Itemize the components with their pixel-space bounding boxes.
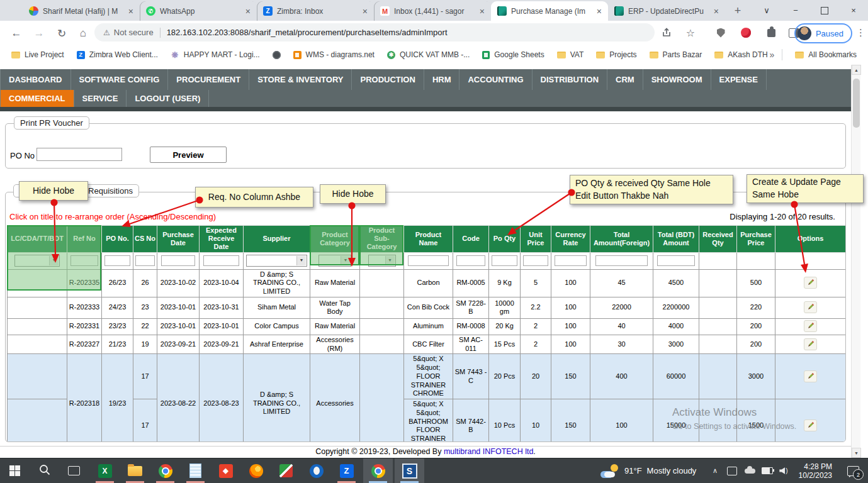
nav-item-service[interactable]: SERVICE (74, 90, 127, 107)
bookmark-item[interactable]: Projects (591, 48, 641, 61)
tablet-mode-icon[interactable] (724, 458, 740, 483)
filter-input[interactable] (492, 255, 517, 266)
filter-input[interactable] (203, 255, 239, 266)
profile-button[interactable]: Paused (794, 23, 852, 43)
tab-close-icon[interactable]: × (594, 6, 604, 16)
nav-item-crm[interactable]: CRM (607, 69, 643, 90)
filter-input[interactable] (523, 255, 548, 266)
developer-link[interactable]: multibrand INFOTECH ltd (444, 447, 533, 456)
volume-icon[interactable]: ) (775, 458, 792, 483)
nav-item-dashboard[interactable]: DASHBOARD (0, 69, 71, 90)
tab-close-icon[interactable]: × (243, 6, 253, 16)
browser-menu-icon[interactable]: ⋮ (856, 27, 865, 38)
bookmark-item[interactable]: AKash DTH (709, 48, 772, 61)
po-no-input[interactable] (37, 148, 122, 161)
nav-item-logout-user-[interactable]: LOGOUT (USER) (127, 90, 209, 107)
column-header-supplier[interactable]: Supplier (244, 226, 310, 253)
extensions-puzzle-icon[interactable] (764, 26, 778, 39)
maximize-button[interactable] (810, 0, 839, 21)
photos-app-taskbar-button[interactable] (302, 458, 331, 483)
column-header-ref-no[interactable]: Ref No (67, 226, 102, 253)
taskbar-clock[interactable]: 4:28 PM 10/2/2023 (792, 458, 832, 483)
zimbra-taskbar-button[interactable]: Z (332, 458, 361, 483)
forward-button[interactable]: → (30, 25, 48, 42)
column-header-po-no-[interactable]: PO No. (102, 226, 133, 253)
tray-chevron-up-icon[interactable]: ∧ (707, 458, 723, 483)
notepad-taskbar-button[interactable] (181, 458, 210, 483)
browser-tab[interactable]: ✆WhatsApp× (140, 1, 257, 21)
bookmark-item[interactable]: Parts Bazar (645, 48, 707, 61)
bookmark-item[interactable]: WMS - diagrams.net (288, 48, 380, 61)
bookmark-item[interactable]: ZZimbra Web Client... (72, 48, 163, 61)
pinwheel-app-taskbar-button[interactable] (271, 458, 301, 483)
start-button-taskbar-button[interactable] (0, 458, 30, 483)
nav-item-software-config[interactable]: SOFTWARE CONFIG (71, 69, 169, 90)
column-header-purchase-date[interactable]: Purchase Date (157, 226, 200, 253)
column-header-options[interactable]: Options (775, 226, 846, 253)
edit-pencil-icon[interactable] (804, 338, 817, 350)
column-header-unit-price[interactable]: Unit Price (521, 226, 551, 253)
column-header-expected-receive-date[interactable]: Expected Receive Date (200, 226, 244, 253)
shield-extension-icon[interactable] (714, 26, 728, 39)
filter-input[interactable] (555, 255, 586, 266)
home-button[interactable]: ⌂ (74, 25, 92, 42)
filter-input[interactable] (408, 255, 448, 266)
filter-input[interactable] (595, 255, 648, 266)
close-window-button[interactable]: × (839, 0, 868, 21)
new-tab-button[interactable]: + (729, 2, 747, 19)
filter-input[interactable] (70, 255, 99, 266)
edit-pencil-icon[interactable] (804, 419, 817, 431)
edit-pencil-icon[interactable] (804, 370, 817, 382)
scroll-up-icon[interactable]: ▲ (852, 65, 861, 75)
nav-item-expense[interactable]: EXPENSE (711, 69, 767, 90)
filter-select[interactable]: ▼ (318, 255, 351, 267)
action-center-button[interactable]: 2 (840, 458, 866, 483)
nav-item-production[interactable]: PRODUCTION (352, 69, 424, 90)
excel-taskbar-button[interactable]: X (90, 458, 120, 483)
filter-input[interactable] (135, 255, 154, 266)
nav-item-distribution[interactable]: DISTRIBUTION (533, 69, 607, 90)
minimize-button[interactable]: − (781, 0, 810, 21)
column-header-code[interactable]: Code (453, 226, 489, 253)
nav-item-store-inventory[interactable]: STORE & INVENTORY (249, 69, 352, 90)
filter-input[interactable] (161, 255, 196, 266)
browser-tab[interactable]: Sharif Metal (Hafij) | M× (23, 1, 140, 21)
search-button-taskbar-button[interactable] (30, 458, 59, 483)
file-explorer-taskbar-button[interactable] (120, 458, 150, 483)
preview-button[interactable]: Preview (150, 147, 227, 163)
filter-input[interactable] (104, 255, 130, 266)
filter-input[interactable] (456, 255, 485, 266)
edit-pencil-icon[interactable] (804, 320, 817, 332)
nav-item-commercial[interactable]: COMMERCIAL (0, 90, 74, 107)
column-header-cs-no[interactable]: CS No (133, 226, 157, 253)
column-header-po-qty[interactable]: Po Qty (489, 226, 521, 253)
scroll-down-icon[interactable]: ▼ (852, 448, 861, 458)
chrome-taskbar-button[interactable] (150, 458, 180, 483)
bookmark-item[interactable]: VAT (552, 48, 589, 61)
filter-select[interactable]: ▼ (14, 255, 60, 267)
task-view-button-taskbar-button[interactable] (59, 458, 89, 483)
red-extension-icon[interactable] (739, 26, 753, 39)
column-header-product-sub-category[interactable]: Product Sub-Category (360, 226, 404, 253)
column-header-product-category[interactable]: Product Category (310, 226, 360, 253)
nav-item-showroom[interactable]: SHOWROOM (643, 69, 711, 90)
red-diamond-app-taskbar-button[interactable]: ◆ (211, 458, 240, 483)
onedrive-icon[interactable] (741, 458, 758, 483)
chrome-active-taskbar-button[interactable] (363, 458, 393, 483)
column-header-total-amount-foreign-[interactable]: Total Amount(Foreign) (590, 226, 653, 253)
nav-item-procurement[interactable]: PROCUREMENT (168, 69, 249, 90)
tab-close-icon[interactable]: × (477, 6, 487, 16)
filter-input[interactable] (657, 255, 695, 266)
column-header-product-name[interactable]: Product Name (404, 226, 453, 253)
edit-pencil-icon[interactable] (804, 301, 817, 313)
share-icon[interactable] (660, 26, 674, 39)
bookmark-item[interactable]: ✱QUICK VAT MMB -... (382, 48, 475, 61)
tab-close-icon[interactable]: × (711, 6, 721, 16)
filter-select[interactable]: ▼ (246, 255, 307, 267)
nav-item-accounting[interactable]: ACCOUNTING (459, 69, 532, 90)
browser-tab[interactable]: ZZimbra: Inbox× (257, 1, 374, 21)
column-header-lc-cda-tt-bdt[interactable]: LC/CDA/TT/BDT (8, 226, 67, 253)
reload-button[interactable]: ↻ (53, 25, 70, 42)
column-header-total-bdt-amount[interactable]: Total (BDT) Amount (653, 226, 699, 253)
filter-select[interactable]: ▼ (368, 255, 396, 267)
